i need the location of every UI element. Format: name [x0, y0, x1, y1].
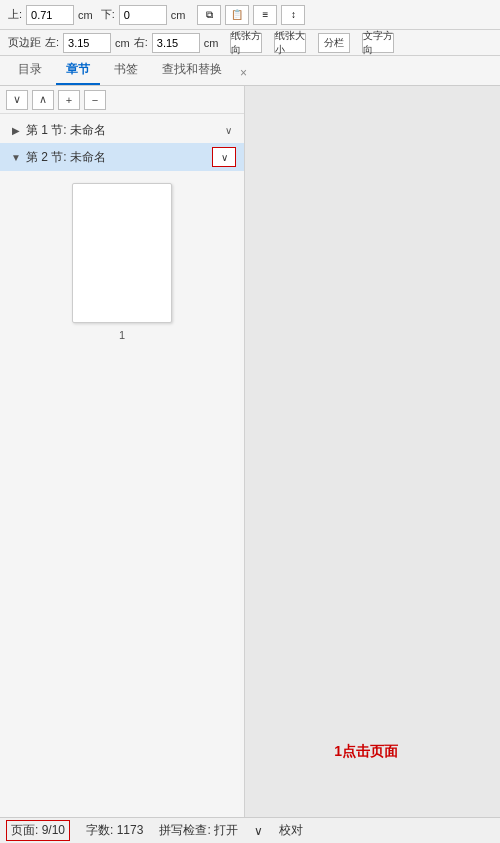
chapter-2-toggle[interactable]: ▼ [10, 151, 22, 163]
chapter-1-arrow[interactable]: ∨ [220, 123, 236, 139]
nav-minus-btn[interactable]: − [84, 90, 106, 110]
status-bar: 页面: 9/10 字数: 1173 拼写检查: 打开 ∨ 校对 [0, 817, 500, 843]
tab-close-btn[interactable]: × [236, 61, 251, 85]
status-words: 字数: 1173 [86, 822, 143, 839]
copy-icon-btn[interactable]: ⧉ [197, 5, 221, 25]
nav-add-btn[interactable]: + [58, 90, 80, 110]
page-number-1: 1 [119, 329, 125, 341]
label-page-margin: 页边距 [8, 35, 41, 50]
input-down[interactable] [119, 5, 167, 25]
unit-left: cm [115, 37, 130, 49]
status-proofread: 校对 [279, 822, 303, 839]
tab-chapter[interactable]: 章节 [56, 56, 100, 85]
status-pages[interactable]: 页面: 9/10 [6, 820, 70, 841]
chapter-list: ▶ 第 1 节: 未命名 ∨ ▼ 第 2 节: 未命名 ∨ 1 [0, 114, 244, 817]
unit-down: cm [171, 9, 186, 21]
unit-right: cm [204, 37, 219, 49]
tab-find-replace[interactable]: 查找和替换 [152, 56, 232, 85]
toolbar-row1: 上: cm 下: cm ⧉ 📋 ≡ ↕ [0, 0, 500, 30]
status-spell: 拼写检查: 打开 [159, 822, 238, 839]
status-proofread-item: 校对 [279, 822, 303, 839]
label-up: 上: [8, 7, 22, 22]
label-left-arrow: 左: [45, 35, 59, 50]
nav-toolbar: ∨ ∧ + − [0, 86, 244, 114]
doc-background [245, 86, 500, 791]
input-left[interactable] [63, 33, 111, 53]
chapter-1-name: 第 1 节: 未命名 [26, 122, 220, 139]
align-icon-btn[interactable]: ≡ [253, 5, 277, 25]
left-panel: ∨ ∧ + − ▶ 第 1 节: 未命名 ∨ ▼ 第 2 节: 未命名 ∨ 1 [0, 86, 245, 817]
paper-size-btn[interactable]: 纸张大小 [274, 33, 306, 53]
label-down: 下: [101, 7, 115, 22]
right-panel[interactable]: 2，点这个删除章 1点击页面 [245, 86, 500, 817]
toolbar-row2: 页边距 左: cm 右: cm 纸张方向 纸张大小 分栏 文字方向 [0, 30, 500, 56]
status-pages-item: 页面: 9/10 [6, 820, 70, 841]
toolbar-margin-down: 下: cm [101, 5, 186, 25]
status-words-item: 字数: 1173 [86, 822, 143, 839]
input-up[interactable] [26, 5, 74, 25]
status-sep[interactable]: ∨ [254, 824, 263, 838]
thumbnails-area: 1 [0, 171, 244, 353]
main-content: ∨ ∧ + − ▶ 第 1 节: 未命名 ∨ ▼ 第 2 节: 未命名 ∨ 1 [0, 86, 500, 817]
annotation-click-page: 1点击页面 [334, 743, 398, 761]
nav-up-btn[interactable]: ∧ [32, 90, 54, 110]
chapter-2-dropdown-btn[interactable]: ∨ [212, 147, 236, 167]
toolbar-margin-top: 上: cm [8, 5, 93, 25]
chapter-item-2[interactable]: ▼ 第 2 节: 未命名 ∨ [0, 143, 244, 171]
text-direction-btn[interactable]: 文字方向 [362, 33, 394, 53]
status-spell-item: 拼写检查: 打开 [159, 822, 238, 839]
chapter-item-1[interactable]: ▶ 第 1 节: 未命名 ∨ [0, 118, 244, 143]
paper-direction-btn[interactable]: 纸张方向 [230, 33, 262, 53]
toolbar-left-margin: 页边距 左: cm 右: cm [8, 33, 218, 53]
tab-catalog[interactable]: 目录 [8, 56, 52, 85]
paste-icon-btn[interactable]: 📋 [225, 5, 249, 25]
sort-icon-btn[interactable]: ↕ [281, 5, 305, 25]
nav-down-btn[interactable]: ∨ [6, 90, 28, 110]
status-sep-item: ∨ [254, 824, 263, 838]
label-right-arrow: 右: [134, 35, 148, 50]
chapter-2-name: 第 2 节: 未命名 [26, 149, 212, 166]
toolbar-icons: ⧉ 📋 ≡ ↕ [197, 5, 305, 25]
tab-bookmark[interactable]: 书签 [104, 56, 148, 85]
chapter-1-toggle[interactable]: ▶ [10, 125, 22, 137]
tab-bar: 目录 章节 书签 查找和替换 × [0, 56, 500, 86]
unit-up: cm [78, 9, 93, 21]
split-btn[interactable]: 分栏 [318, 33, 350, 53]
input-right[interactable] [152, 33, 200, 53]
page-thumbnail-1[interactable] [72, 183, 172, 323]
